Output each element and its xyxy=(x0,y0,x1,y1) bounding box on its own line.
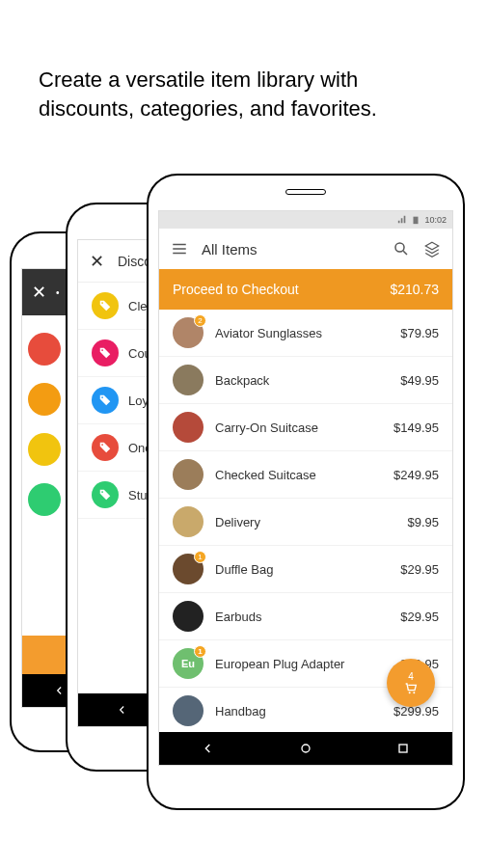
menu-icon[interactable] xyxy=(171,240,188,258)
svg-point-10 xyxy=(395,243,404,252)
items-topbar: All Items xyxy=(159,229,452,269)
item-thumb: 2 xyxy=(173,317,203,348)
item-badge: 1 xyxy=(194,551,206,563)
svg-point-11 xyxy=(409,692,411,693)
item-name: Handbag xyxy=(215,704,266,719)
cart-fab[interactable]: 4 xyxy=(387,659,435,707)
phone-items: 10:02 All Items Proceed to Checkout $210… xyxy=(147,174,465,810)
item-name: Earbuds xyxy=(215,610,261,624)
item-row[interactable]: Earbuds$29.95 xyxy=(159,593,452,640)
svg-point-13 xyxy=(302,745,310,752)
item-name: Backpack xyxy=(215,373,269,388)
item-row[interactable]: 2Aviator Sunglasses$79.95 xyxy=(159,310,452,357)
item-thumb xyxy=(173,459,203,490)
close-icon[interactable]: ✕ xyxy=(90,251,104,272)
svg-point-3 xyxy=(101,349,103,351)
checkout-total: $210.73 xyxy=(390,282,439,297)
item-name: Duffle Bag xyxy=(215,562,273,577)
item-price: $9.95 xyxy=(407,515,439,529)
item-row[interactable]: 1Duffle Bag$29.95 xyxy=(159,546,452,593)
item-name: Carry-On Suitcase xyxy=(215,420,318,435)
android-nav xyxy=(159,732,452,765)
svg-point-5 xyxy=(101,444,103,446)
tag-icon xyxy=(92,387,119,414)
item-price: $29.95 xyxy=(400,610,439,624)
item-price: $249.95 xyxy=(393,468,439,482)
item-thumb xyxy=(173,365,203,395)
item-thumb: 1 xyxy=(173,554,203,584)
back-icon[interactable] xyxy=(201,741,216,756)
item-row[interactable]: Delivery$9.95 xyxy=(159,499,452,546)
category-color[interactable] xyxy=(28,383,61,416)
checkout-label: Proceed to Checkout xyxy=(173,282,299,297)
item-badge: 2 xyxy=(194,314,206,327)
item-name: European Plug Adapter xyxy=(215,657,344,671)
category-color[interactable] xyxy=(28,433,61,466)
battery-icon xyxy=(411,215,420,225)
headline: Create a versatile item library with dis… xyxy=(39,66,449,122)
item-price: $49.95 xyxy=(400,373,439,388)
svg-point-6 xyxy=(101,491,103,493)
layers-icon[interactable] xyxy=(423,240,441,258)
search-icon[interactable] xyxy=(393,240,410,258)
tag-icon xyxy=(92,292,119,319)
item-price: $29.95 xyxy=(400,562,439,577)
item-price: $149.95 xyxy=(393,420,439,435)
tag-icon xyxy=(92,434,119,461)
tag-icon xyxy=(92,481,119,508)
svg-point-12 xyxy=(413,692,415,693)
svg-rect-9 xyxy=(414,217,419,225)
svg-rect-14 xyxy=(399,745,407,752)
category-color[interactable] xyxy=(28,333,61,366)
item-thumb xyxy=(173,695,203,726)
item-thumb: Eu1 xyxy=(173,648,203,679)
item-thumb xyxy=(173,601,203,632)
item-row[interactable]: Carry-On Suitcase$149.95 xyxy=(159,404,452,451)
item-badge: 1 xyxy=(194,645,206,658)
item-row[interactable]: Checked Suitcase$249.95 xyxy=(159,451,452,499)
recent-icon[interactable] xyxy=(395,741,411,756)
item-price: $79.95 xyxy=(400,326,439,340)
tag-icon xyxy=(92,339,119,366)
items-title: All Items xyxy=(202,241,258,258)
item-thumb xyxy=(173,506,203,537)
svg-point-2 xyxy=(101,302,103,304)
cart-icon xyxy=(401,680,420,695)
item-name: Delivery xyxy=(215,515,260,529)
svg-point-4 xyxy=(101,396,103,398)
close-icon[interactable]: ✕ xyxy=(32,282,46,303)
speaker xyxy=(285,189,326,195)
signal-icon xyxy=(397,215,407,225)
item-name: Aviator Sunglasses xyxy=(215,326,322,340)
item-thumb xyxy=(173,412,203,443)
home-icon[interactable] xyxy=(298,741,313,756)
item-row[interactable]: Backpack$49.95 xyxy=(159,357,452,404)
checkout-bar[interactable]: Proceed to Checkout $210.73 xyxy=(159,269,452,310)
status-time: 10:02 xyxy=(424,215,447,225)
item-name: Checked Suitcase xyxy=(215,468,316,482)
category-color[interactable] xyxy=(28,483,61,516)
status-bar: 10:02 xyxy=(159,211,452,229)
